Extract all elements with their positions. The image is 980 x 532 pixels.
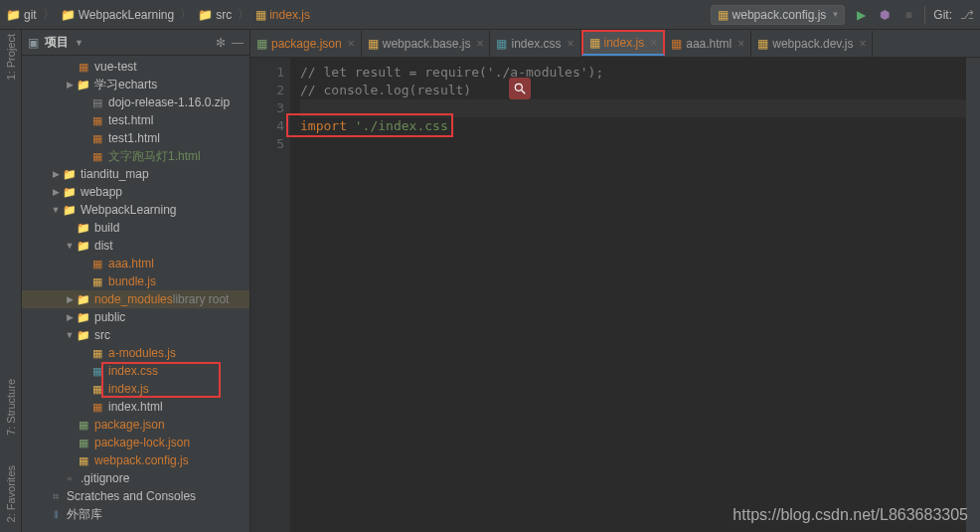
tree-item-label: Scratches and Consoles	[67, 489, 196, 503]
breadcrumb: 📁git〉📁WebpackLearning〉📁src〉▦index.js	[6, 6, 711, 23]
tree-row[interactable]: ▶📁tianditu_map	[22, 165, 249, 183]
tree-arrow-icon[interactable]: ▶	[50, 169, 62, 179]
git-branch-icon[interactable]: ⎇	[960, 8, 974, 22]
tree-row[interactable]: ⌗Scratches and Consoles	[22, 487, 249, 505]
tree-arrow-icon[interactable]: ▼	[64, 330, 76, 340]
tree-row[interactable]: ▼📁dist	[22, 237, 249, 255]
tree-item-label: a-modules.js	[108, 346, 176, 360]
search-indicator-icon[interactable]	[509, 78, 531, 99]
tree-arrow-icon[interactable]: ▼	[64, 241, 76, 251]
run-config-selector[interactable]: ▦ webpack.config.js	[711, 5, 846, 25]
tree-item-label: vue-test	[94, 60, 137, 74]
tree-row[interactable]: ▦index.html	[22, 398, 249, 416]
dropdown-icon[interactable]: ▼	[75, 38, 83, 48]
breadcrumb-item[interactable]: 📁src	[198, 8, 232, 22]
folder-icon: 📁	[61, 8, 76, 22]
tree-row[interactable]: ▦index.css	[22, 362, 249, 380]
tree-item-label: aaa.html	[108, 257, 154, 270]
editor-tab[interactable]: ▦aaa.html×	[665, 31, 751, 57]
css-icon: ▦	[89, 365, 105, 378]
close-tab-icon[interactable]: ×	[348, 37, 355, 51]
tree-item-label: webapp	[81, 185, 122, 199]
tree-row[interactable]: ▦a-modules.js	[22, 344, 249, 362]
close-tab-icon[interactable]: ×	[650, 36, 657, 50]
breadcrumb-item[interactable]: 📁git	[6, 8, 37, 22]
breadcrumb-item[interactable]: 📁WebpackLearning	[61, 8, 175, 22]
tree-row[interactable]: ▦aaa.html	[22, 255, 249, 272]
tree-row[interactable]: ▦index.js	[22, 380, 249, 398]
code-line[interactable]	[300, 135, 966, 153]
project-tool-button[interactable]: 1: Project	[5, 34, 17, 80]
run-button[interactable]: ▶	[853, 7, 869, 23]
project-tree[interactable]: ▦vue-test▶📁学习echarts▤dojo-release-1.16.0…	[22, 56, 249, 532]
editor-right-gutter	[966, 58, 980, 532]
code-editor[interactable]: // let result = require('./a-modules');/…	[290, 58, 966, 532]
editor-tab[interactable]: ▦package.json×	[250, 31, 362, 57]
tree-row[interactable]: ▶📁node_modules library root	[22, 290, 249, 308]
js-icon: ▦	[589, 36, 600, 50]
panel-collapse-icon[interactable]: —	[232, 36, 244, 50]
structure-tool-button[interactable]: 7: Structure	[5, 379, 17, 436]
breadcrumb-separator: 〉	[238, 6, 249, 23]
tree-row[interactable]: ⫴外部库	[22, 505, 249, 523]
tree-row[interactable]: ▶📁学习echarts	[22, 76, 249, 93]
close-tab-icon[interactable]: ×	[859, 37, 866, 51]
tree-row[interactable]: ▶📁webapp	[22, 183, 249, 201]
js-icon: ▦	[757, 37, 768, 51]
folder-icon: 📁	[76, 293, 91, 306]
tree-item-label: test.html	[108, 113, 153, 127]
folder-icon: 📁	[62, 168, 78, 181]
close-tab-icon[interactable]: ×	[737, 37, 744, 51]
panel-gear-icon[interactable]: ✻	[216, 36, 226, 50]
editor-tab[interactable]: ▦index.css×	[490, 31, 580, 57]
tree-row[interactable]: ▦package-lock.json	[22, 434, 249, 451]
editor-tab[interactable]: ▦index.js×	[581, 30, 666, 56]
tree-row[interactable]: ▶📁public	[22, 308, 249, 326]
stop-button[interactable]: ■	[900, 7, 916, 23]
tree-row[interactable]: ▦vue-test	[22, 58, 249, 76]
tree-arrow-icon[interactable]: ▶	[64, 80, 76, 89]
close-tab-icon[interactable]: ×	[568, 37, 574, 51]
tree-row[interactable]: ▼📁src	[22, 326, 249, 344]
tree-row[interactable]: ▦webpack.config.js	[22, 451, 249, 469]
project-panel-header: ▣ 项目 ▼ ✻ —	[22, 30, 249, 56]
editor-tab[interactable]: ▦webpack.dev.js×	[751, 31, 873, 57]
breadcrumb-item[interactable]: ▦index.js	[255, 8, 310, 22]
css-icon: ▦	[496, 37, 507, 51]
code-line[interactable]: // console.log(result)	[300, 82, 966, 99]
tree-row[interactable]: ▦package.json	[22, 416, 249, 434]
line-number: 4	[250, 117, 284, 135]
tree-item-label: node_modules	[94, 292, 173, 306]
tree-item-label: 文字跑马灯1.html	[108, 148, 201, 165]
code-line[interactable]: // let result = require('./a-modules');	[300, 64, 966, 82]
zip-icon: ▤	[89, 96, 105, 109]
html-icon: ▦	[89, 258, 105, 270]
tree-item-label: index.js	[108, 382, 149, 396]
folder-icon: 📁	[76, 222, 91, 235]
ext-icon: ⫴	[48, 508, 64, 521]
tree-arrow-icon[interactable]: ▶	[64, 312, 76, 322]
tree-row[interactable]: ▦test.html	[22, 111, 249, 129]
tree-row[interactable]: 📁build	[22, 219, 249, 237]
tree-row[interactable]: ▦文字跑马灯1.html	[22, 147, 249, 165]
tree-row[interactable]: ▫.gitignore	[22, 469, 249, 487]
tree-arrow-icon[interactable]: ▶	[50, 187, 62, 197]
tree-arrow-icon[interactable]: ▼	[50, 205, 62, 215]
favorites-tool-button[interactable]: 2: Favorites	[5, 465, 17, 522]
tree-arrow-icon[interactable]: ▶	[64, 294, 76, 304]
tree-item-label: tianditu_map	[81, 167, 149, 181]
tree-row[interactable]: ▼📁WebpackLearning	[22, 201, 249, 219]
html-icon: ▦	[89, 114, 105, 127]
editor-tab[interactable]: ▦webpack.base.js×	[362, 31, 491, 57]
tree-row[interactable]: ▦test1.html	[22, 129, 249, 147]
tab-label: webpack.base.js	[383, 37, 471, 51]
line-number: 1	[250, 64, 284, 82]
tree-row[interactable]: ▤dojo-release-1.16.0.zip	[22, 93, 249, 111]
tree-item-label: public	[94, 310, 125, 324]
tree-item-label: 外部库	[67, 506, 102, 523]
debug-button[interactable]: ⬢	[877, 7, 893, 23]
close-tab-icon[interactable]: ×	[476, 37, 483, 51]
tree-row[interactable]: ▦bundle.js	[22, 272, 249, 290]
gutter: 12345	[250, 58, 290, 532]
html-icon: ▦	[671, 37, 682, 51]
